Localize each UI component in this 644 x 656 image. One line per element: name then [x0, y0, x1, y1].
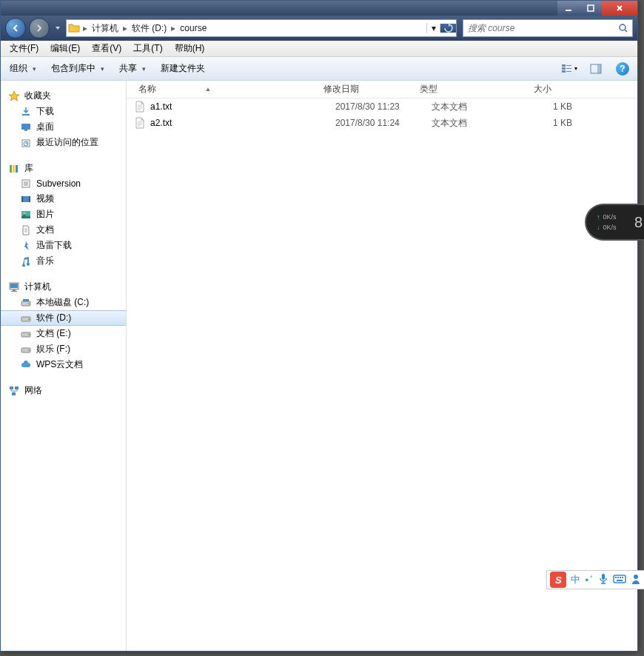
- svg-rect-7: [566, 68, 571, 69]
- breadcrumb-computer[interactable]: 计算机: [89, 22, 121, 35]
- svg-rect-22: [29, 196, 30, 202]
- sidebar-item-video[interactable]: 视频: [1, 191, 126, 207]
- help-button[interactable]: ?: [614, 61, 631, 77]
- sidebar-network-group: 网络: [1, 383, 126, 398]
- svg-rect-8: [566, 71, 571, 72]
- svg-rect-1: [588, 5, 594, 11]
- titlebar[interactable]: [1, 1, 637, 16]
- ime-toolbar[interactable]: S 中 •ˊ: [546, 570, 644, 589]
- svg-rect-10: [597, 64, 601, 73]
- column-name[interactable]: 名称▲: [134, 83, 319, 96]
- file-row[interactable]: a1.txt2017/8/30 11:23文本文档1 KB: [127, 98, 637, 115]
- svg-point-30: [28, 303, 30, 304]
- column-date[interactable]: 修改日期: [319, 83, 415, 96]
- refresh-button[interactable]: [440, 24, 456, 33]
- ime-person-icon[interactable]: [631, 573, 641, 587]
- sidebar-item-drive-d[interactable]: 软件 (D:): [1, 310, 126, 326]
- svg-rect-26: [10, 284, 18, 288]
- picture-icon: [20, 209, 32, 221]
- sidebar-computer-header[interactable]: 计算机: [1, 279, 126, 295]
- organize-button[interactable]: 组织: [7, 61, 39, 76]
- sidebar-item-wps-cloud[interactable]: WPS云文档: [1, 357, 126, 372]
- sidebar-favorites-header[interactable]: 收藏夹: [1, 88, 126, 104]
- network-speed-widget[interactable]: ↑0K/s ↓0K/s 8: [585, 204, 644, 241]
- file-row[interactable]: a2.txt2017/8/30 11:24文本文档1 KB: [127, 115, 637, 131]
- svn-icon: [20, 178, 32, 190]
- view-mode-button[interactable]: ▾: [560, 61, 578, 77]
- explorer-window: ▸ 计算机 ▸ 软件 (D:) ▸ course ▾ 文件(F) 编辑(E) 查…: [0, 0, 638, 652]
- close-button[interactable]: [602, 1, 637, 16]
- svg-rect-47: [617, 580, 623, 581]
- search-input[interactable]: [463, 23, 614, 33]
- back-button[interactable]: [5, 18, 26, 39]
- chevron-right-icon[interactable]: ▸: [121, 23, 129, 33]
- ime-logo-icon[interactable]: S: [550, 572, 566, 588]
- sidebar-item-pictures[interactable]: 图片: [1, 207, 126, 222]
- search-box[interactable]: [463, 19, 633, 37]
- text-file-icon: [134, 117, 146, 129]
- sidebar-item-desktop[interactable]: 桌面: [1, 119, 126, 135]
- sidebar-item-label: 本地磁盘 (C:): [36, 296, 89, 309]
- breadcrumb-drive[interactable]: 软件 (D:): [129, 22, 170, 35]
- svg-rect-0: [566, 10, 571, 11]
- menu-view[interactable]: 查看(V): [86, 41, 127, 56]
- breadcrumb-folder[interactable]: course: [177, 23, 209, 33]
- sidebar-libraries-group: 库 Subversion 视频 图片 文档 迅雷下载 音乐: [1, 161, 126, 269]
- column-type[interactable]: 类型: [415, 83, 497, 96]
- sidebar-item-subversion[interactable]: Subversion: [1, 176, 126, 191]
- menu-file[interactable]: 文件(F): [4, 41, 44, 56]
- sidebar-item-documents[interactable]: 文档: [1, 222, 126, 238]
- menu-help[interactable]: 帮助(H): [169, 41, 211, 56]
- sidebar-item-drive-f[interactable]: 娱乐 (F:): [1, 341, 126, 357]
- svg-rect-3: [562, 64, 566, 67]
- new-folder-button[interactable]: 新建文件夹: [158, 61, 208, 76]
- maximize-button[interactable]: [580, 1, 602, 16]
- preview-pane-button[interactable]: [587, 61, 605, 77]
- chevron-right-icon[interactable]: ▸: [170, 23, 177, 33]
- sidebar-item-music[interactable]: 音乐: [1, 253, 126, 269]
- sidebar[interactable]: 收藏夹 下载 桌面 最近访问的位置 库 Subversion 视频 图片 文档 …: [1, 81, 127, 651]
- sidebar-item-recent[interactable]: 最近访问的位置: [1, 135, 126, 150]
- hdd-icon: [20, 312, 32, 324]
- ime-punct-icon[interactable]: •ˊ: [585, 575, 594, 586]
- sidebar-network-header[interactable]: 网络: [1, 383, 126, 398]
- file-type: 文本文档: [432, 101, 513, 113]
- ime-lang[interactable]: 中: [571, 573, 580, 586]
- menu-tools[interactable]: 工具(T): [127, 41, 168, 56]
- column-size[interactable]: 大小: [497, 83, 556, 96]
- sidebar-item-label: 视频: [36, 193, 54, 205]
- sidebar-item-label: Subversion: [36, 178, 81, 189]
- forward-button[interactable]: [29, 18, 50, 39]
- include-library-button[interactable]: 包含到库中: [48, 61, 107, 76]
- chevron-right-icon[interactable]: ▸: [81, 23, 89, 33]
- svg-rect-45: [620, 577, 621, 578]
- address-dropdown[interactable]: ▾: [426, 23, 440, 33]
- sidebar-item-drive-e[interactable]: 文档 (E:): [1, 326, 126, 341]
- sidebar-item-label: 文档 (E:): [36, 327, 71, 340]
- column-headers: 名称▲ 修改日期 类型 大小: [127, 81, 637, 98]
- menu-edit[interactable]: 编辑(E): [44, 41, 86, 56]
- sidebar-item-drive-c[interactable]: 本地磁盘 (C:): [1, 295, 126, 310]
- svg-rect-43: [615, 577, 617, 578]
- upload-speed: 0K/s: [603, 213, 617, 221]
- keyboard-icon[interactable]: [613, 574, 626, 586]
- download-icon: [20, 106, 32, 118]
- share-button[interactable]: 共享: [116, 61, 149, 76]
- minimize-button[interactable]: [557, 1, 580, 16]
- navbar: ▸ 计算机 ▸ 软件 (D:) ▸ course ▾: [1, 16, 637, 41]
- svg-rect-4: [562, 67, 566, 70]
- sidebar-item-xunlei[interactable]: 迅雷下载: [1, 238, 126, 253]
- address-bar[interactable]: ▸ 计算机 ▸ 软件 (D:) ▸ course ▾: [66, 19, 457, 37]
- svg-rect-18: [16, 165, 18, 173]
- sidebar-item-label: 音乐: [36, 255, 54, 267]
- sidebar-item-label: 下载: [36, 105, 54, 118]
- sidebar-libraries-header[interactable]: 库: [1, 161, 126, 176]
- sidebar-label: 计算机: [24, 281, 51, 293]
- svg-point-35: [28, 334, 30, 335]
- microphone-icon[interactable]: [598, 573, 608, 587]
- sidebar-item-downloads[interactable]: 下载: [1, 104, 126, 119]
- search-icon[interactable]: [614, 23, 632, 33]
- download-speed: 0K/s: [603, 224, 617, 231]
- svg-rect-16: [10, 165, 12, 173]
- nav-history-dropdown[interactable]: [53, 21, 63, 36]
